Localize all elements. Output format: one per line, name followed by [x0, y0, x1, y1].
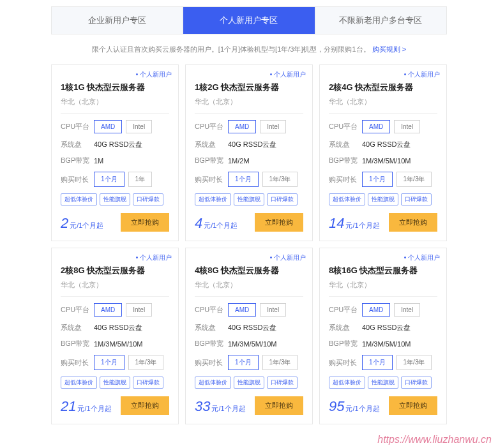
cpu-option[interactable]: AMD	[228, 303, 256, 317]
duration-option[interactable]: 1个月	[94, 172, 124, 187]
duration-option[interactable]: 1个月	[362, 355, 393, 370]
buy-button[interactable]: 立即抢购	[389, 213, 437, 232]
cpu-label: CPU平台	[195, 305, 228, 315]
disk-label: 系统盘	[329, 140, 362, 149]
cpu-option[interactable]: AMD	[94, 120, 122, 133]
feature-tag: 超低体验价	[195, 377, 231, 389]
bgp-value: 1M/2M	[228, 157, 250, 165]
user-badge: 个人新用户	[136, 70, 172, 79]
duration-option[interactable]: 1年/3年	[396, 355, 432, 370]
feature-tag: 超低体验价	[329, 377, 365, 389]
bgp-label: BGP带宽	[61, 156, 94, 165]
zone-description: 限个人认证且首次购买云服务器的用户。[1个月]体验机型与[1年/3年]机型，分别…	[0, 45, 498, 54]
user-badge: 个人新用户	[270, 70, 306, 79]
duration-option[interactable]: 1年/3年	[128, 355, 164, 370]
price-number: 95	[329, 398, 344, 415]
price-unit: 元/1个月起	[70, 221, 103, 230]
disk-label: 系统盘	[329, 323, 362, 332]
cpu-option[interactable]: Intel	[126, 120, 152, 133]
bgp-label: BGP带宽	[329, 156, 362, 165]
duration-option[interactable]: 1个月	[228, 355, 259, 370]
cpu-option[interactable]: AMD	[228, 120, 256, 133]
duration-option[interactable]: 1年	[128, 172, 153, 187]
cpu-label: CPU平台	[195, 122, 228, 131]
rules-link[interactable]: 购买规则 >	[372, 45, 406, 53]
product-card: 个人新用户4核8G 快杰型云服务器华北（北京）CPU平台AMDIntel系统盘4…	[185, 248, 313, 424]
duration-label: 购买时长	[61, 175, 94, 184]
feature-tag: 口碑爆款	[133, 377, 163, 389]
product-card: 个人新用户1核2G 快杰型云服务器华北（北京）CPU平台AMDIntel系统盘4…	[185, 64, 313, 241]
bgp-label: BGP带宽	[329, 339, 362, 348]
tab-1[interactable]: 个人新用户专区	[183, 7, 314, 34]
duration-option[interactable]: 1年/3年	[262, 172, 298, 187]
cpu-option[interactable]: AMD	[362, 120, 390, 133]
price: 95元/1个月起	[329, 398, 380, 415]
user-badge: 个人新用户	[404, 70, 440, 79]
feature-tag: 性能旗舰	[368, 193, 398, 205]
feature-tags: 超低体验价性能旗舰口碑爆款	[329, 193, 437, 205]
bgp-value: 1M/3M/5M/10M	[228, 340, 276, 348]
cpu-label: CPU平台	[329, 305, 362, 315]
duration-label: 购买时长	[195, 358, 228, 368]
disk-label: 系统盘	[61, 323, 94, 332]
duration-option[interactable]: 1年/3年	[262, 355, 298, 370]
duration-label: 购买时长	[61, 358, 94, 368]
price-number: 4	[195, 215, 202, 232]
card-title: 8核16G 快杰型云服务器	[329, 265, 437, 276]
price-unit: 元/1个月起	[211, 404, 245, 414]
price: 2元/1个月起	[61, 215, 103, 232]
buy-button[interactable]: 立即抢购	[121, 213, 169, 232]
price-unit: 元/1个月起	[77, 404, 111, 414]
buy-button[interactable]: 立即抢购	[255, 396, 303, 415]
feature-tags: 超低体验价性能旗舰口碑爆款	[61, 377, 169, 389]
feature-tag: 超低体验价	[329, 193, 365, 205]
cpu-option[interactable]: Intel	[260, 303, 286, 317]
cpu-label: CPU平台	[329, 122, 362, 131]
user-badge: 个人新用户	[404, 253, 440, 262]
price: 14元/1个月起	[329, 215, 380, 232]
tab-0[interactable]: 企业新用户专区	[52, 7, 183, 34]
bgp-value: 1M	[94, 157, 103, 165]
bgp-label: BGP带宽	[195, 339, 228, 348]
price-number: 14	[329, 215, 344, 232]
feature-tag: 口碑爆款	[133, 193, 163, 205]
price: 21元/1个月起	[61, 398, 112, 415]
buy-button[interactable]: 立即抢购	[121, 396, 169, 415]
desc-text: 限个人认证且首次购买云服务器的用户。[1个月]体验机型与[1年/3年]机型，分别…	[92, 45, 370, 53]
duration-label: 购买时长	[195, 175, 228, 184]
product-card: 个人新用户2核8G 快杰型云服务器华北（北京）CPU平台AMDIntel系统盘4…	[51, 248, 179, 424]
cpu-option[interactable]: AMD	[94, 303, 122, 317]
region-text: 华北（北京）	[329, 280, 437, 290]
duration-option[interactable]: 1个月	[362, 172, 393, 187]
duration-option[interactable]: 1年/3年	[396, 172, 432, 187]
card-title: 2核4G 快杰型云服务器	[329, 82, 437, 93]
region-text: 华北（北京）	[329, 97, 437, 107]
cpu-option[interactable]: Intel	[394, 303, 420, 317]
card-title: 1核1G 快杰型云服务器	[61, 82, 169, 93]
disk-value: 40G RSSD云盘	[94, 323, 142, 332]
disk-label: 系统盘	[61, 140, 94, 149]
buy-button[interactable]: 立即抢购	[255, 213, 303, 232]
duration-option[interactable]: 1个月	[228, 172, 259, 187]
cpu-option[interactable]: AMD	[362, 303, 390, 317]
buy-button[interactable]: 立即抢购	[389, 396, 437, 415]
cpu-option[interactable]: Intel	[394, 120, 420, 133]
region-text: 华北（北京）	[61, 97, 169, 107]
price-unit: 元/1个月起	[345, 221, 379, 230]
tab-2[interactable]: 不限新老用户多台专区	[315, 7, 446, 34]
feature-tags: 超低体验价性能旗舰口碑爆款	[195, 193, 303, 205]
disk-value: 40G RSSD云盘	[362, 140, 411, 149]
duration-label: 购买时长	[329, 175, 362, 184]
cpu-option[interactable]: Intel	[126, 303, 152, 317]
cpu-option[interactable]: Intel	[260, 120, 286, 133]
price-unit: 元/1个月起	[345, 404, 379, 414]
bgp-value: 1M/3M/5M/10M	[362, 340, 411, 348]
feature-tags: 超低体验价性能旗舰口碑爆款	[61, 193, 169, 205]
disk-value: 40G RSSD云盘	[362, 323, 411, 332]
duration-option[interactable]: 1个月	[94, 355, 124, 370]
price-number: 2	[61, 215, 68, 232]
card-title: 2核8G 快杰型云服务器	[61, 265, 169, 276]
disk-label: 系统盘	[195, 140, 228, 149]
feature-tag: 口碑爆款	[401, 377, 432, 389]
feature-tag: 性能旗舰	[100, 193, 130, 205]
